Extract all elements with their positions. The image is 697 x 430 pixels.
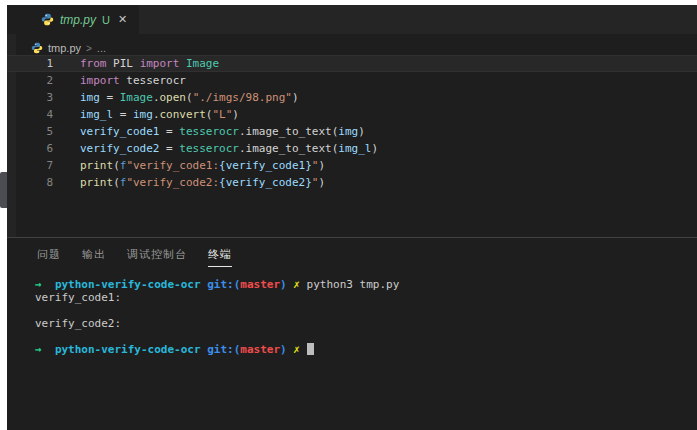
token-cls: tesserocr [179,142,239,155]
terminal-token-git: ) [280,278,287,291]
token-var: img_l [80,108,113,121]
token-fn: convert [160,108,206,121]
git-untracked-badge: U [102,14,110,26]
terminal-token-plain [42,343,55,356]
terminal-token-dir: python-verify-code-ocr [55,278,201,291]
token-var: verify_code1 [80,125,159,138]
code-text: print(f"verify_code1:{verify_code1}") [80,157,325,174]
token-fn: open [160,91,187,104]
token-plain: = [159,142,179,155]
token-str: "verify_code1: [126,159,219,172]
line-number: 2 [7,72,53,89]
token-cls: tesserocr [179,125,239,138]
token-plain: . [153,91,160,104]
breadcrumb-ellipsis[interactable]: ... [97,42,106,54]
line-number: 5 [7,123,53,140]
close-icon[interactable]: ✕ [116,13,129,26]
vscode-window: tmp.py U ✕ tmp.py > ... 1from PIL import… [7,5,697,430]
token-kw: from [80,57,107,70]
terminal-token-git: ) [280,343,287,356]
bottom-panel: 问题输出调试控制台终端 → python-verify-code-ocr git… [7,237,697,430]
python-file-icon [41,13,54,26]
code-line-6[interactable]: 6verify_code2 = tesserocr.image_to_text(… [7,140,697,157]
terminal-line-0: → python-verify-code-ocr git:(master) ✗ … [35,278,697,291]
terminal-token-err: ✗ [293,278,300,291]
code-line-8[interactable]: 8print(f"verify_code2:{verify_code2}") [7,174,697,191]
token-plain: ( [186,91,193,104]
terminal-line-3: verify_code2: [35,317,697,330]
terminal-line-4 [35,330,697,343]
terminal-token-dir: python-verify-code-ocr [55,343,201,356]
token-var: img_l [338,142,371,155]
code-line-3[interactable]: 3img = Image.open("./imgs/98.png") [7,89,697,106]
code-editor[interactable]: 1from PIL import Image2import tesserocr3… [7,55,697,237]
line-number: 6 [7,140,53,157]
line-number: 3 [7,89,53,106]
line-number: 1 [7,55,53,72]
token-str: "./imgs/98.png" [193,91,292,104]
token-plain: ) [318,176,325,189]
terminal-output[interactable]: → python-verify-code-ocr git:(master) ✗ … [35,278,697,356]
breadcrumb-file[interactable]: tmp.py [48,42,81,54]
token-plain: ) [318,159,325,172]
panel-tab-3[interactable]: 终端 [208,243,232,266]
code-text: import tesserocr [80,72,186,89]
token-plain: .image_to_text( [239,125,338,138]
code-text: print(f"verify_code2:{verify_code2}") [80,174,325,191]
breadcrumb-separator-icon: > [86,43,92,54]
code-line-5[interactable]: 5verify_code1 = tesserocr.image_to_text(… [7,123,697,140]
line-number: 7 [7,157,53,174]
token-plain: tesserocr [120,74,186,87]
token-var: verify_code2 [80,142,159,155]
tab-tmp-py[interactable]: tmp.py U ✕ [7,5,139,34]
token-cls: Image [186,57,219,70]
terminal-line-1: verify_code1: [35,291,697,304]
line-number: 4 [7,106,53,123]
line-number: 8 [7,174,53,191]
token-var: img [338,125,358,138]
terminal-token-plain: python3 tmp.py [307,278,400,291]
token-plain: = [100,91,120,104]
python-file-icon [31,42,43,54]
code-text: verify_code2 = tesserocr.image_to_text(i… [80,140,378,157]
token-plain: PIL [107,57,140,70]
token-plain [179,57,186,70]
token-cls: Image [120,91,153,104]
code-line-1[interactable]: 1from PIL import Image [7,55,697,72]
terminal-token-branch: master [240,278,280,291]
token-plain: ) [292,91,299,104]
token-plain: .image_to_text( [239,142,338,155]
token-str: "verify_code2: [126,176,219,189]
panel-tab-2[interactable]: 调试控制台 [127,243,187,266]
terminal-token-arrow: → [35,343,42,356]
code-text: verify_code1 = tesserocr.image_to_text(i… [80,123,365,140]
panel-tab-0[interactable]: 问题 [37,243,61,266]
terminal-line-5: → python-verify-code-ocr git:(master) ✗ [35,343,697,356]
panel-tab-1[interactable]: 输出 [82,243,106,266]
token-str: "L" [212,108,232,121]
token-var: {verify_code1} [219,159,312,172]
token-kw: import [80,74,120,87]
code-text: img = Image.open("./imgs/98.png") [80,89,299,106]
terminal-line-2 [35,304,697,317]
token-kw: import [140,57,180,70]
token-var: img [133,108,153,121]
terminal-token-err: ✗ [293,343,300,356]
terminal-token-plain [300,278,307,291]
token-fn: print [80,159,113,172]
code-line-7[interactable]: 7print(f"verify_code1:{verify_code1}") [7,157,697,174]
code-line-2[interactable]: 2import tesserocr [7,72,697,89]
code-text: img_l = img.convert("L") [80,106,239,123]
code-line-4[interactable]: 4img_l = img.convert("L") [7,106,697,123]
token-plain: = [113,108,133,121]
terminal-token-plain: verify_code1: [35,291,121,304]
token-var: img [80,91,100,104]
terminal-token-arrow: → [35,278,42,291]
terminal-token-plain: verify_code2: [35,317,121,330]
token-plain: ( [113,176,120,189]
tab-file-name: tmp.py [60,13,96,27]
terminal-cursor [307,343,314,355]
terminal-token-plain [300,343,307,356]
code-text: from PIL import Image [80,55,219,72]
panel-tab-bar: 问题输出调试控制台终端 [7,238,697,270]
